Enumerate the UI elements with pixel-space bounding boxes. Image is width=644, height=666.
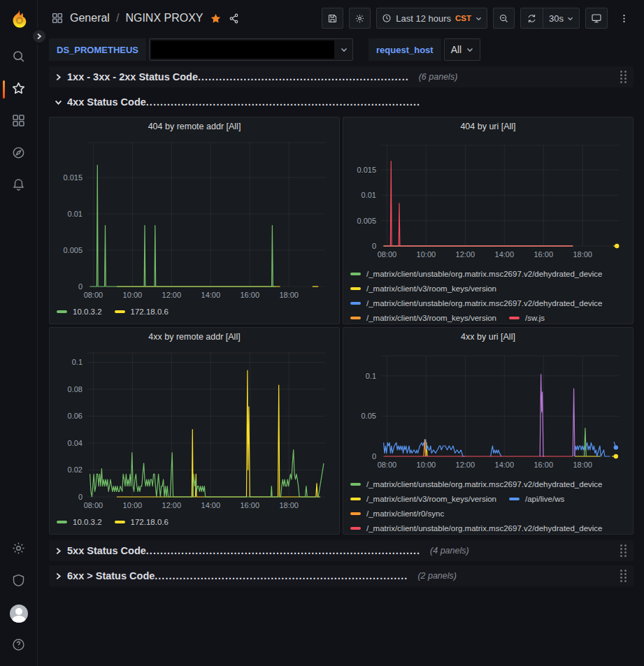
refresh-button[interactable] xyxy=(521,8,543,28)
legend-item[interactable]: /_matrix/client/v3/room_keys/version xyxy=(350,314,496,322)
row-title-dots: ........................................… xyxy=(198,71,409,82)
sidebar-item-starred[interactable] xyxy=(0,73,38,106)
caret-down-icon xyxy=(475,15,482,22)
legend-item[interactable]: /_matrix/client/unstable/org.matrix.msc2… xyxy=(350,270,603,278)
refresh-interval-select[interactable]: 30s xyxy=(543,8,579,28)
gear-icon xyxy=(11,541,26,558)
y-tick-label: 0.015 xyxy=(357,166,376,174)
legend-label: /_matrix/client/v3/room_keys/version xyxy=(366,314,496,322)
panel-title[interactable]: 404 by remote addr [All] xyxy=(50,117,339,136)
legend-item[interactable]: 172.18.0.6 xyxy=(115,518,169,526)
legend-item[interactable]: /_matrix/client/v3/room_keys/version xyxy=(350,284,496,293)
dashboard-settings-button[interactable] xyxy=(349,8,371,29)
share-icon[interactable] xyxy=(228,13,240,24)
variables-row: DS_PROMETHEUS request_host All xyxy=(38,36,644,63)
datasource-variable-select[interactable] xyxy=(149,38,353,61)
chart[interactable]: 00.020.040.060.080.108:0010:0012:0014:00… xyxy=(50,346,339,516)
request-host-variable-label[interactable]: request_host xyxy=(368,38,441,61)
panel-title[interactable]: 404 by uri [All] xyxy=(343,117,633,136)
legend-label: 172.18.0.6 xyxy=(131,307,169,316)
legend-label: /_matrix/client/r0/sync xyxy=(366,509,444,518)
x-tick-label: 08:00 xyxy=(84,291,103,299)
legend-swatch xyxy=(350,527,361,530)
kebab-menu-button[interactable] xyxy=(613,8,634,29)
sidebar-item-dashboards[interactable] xyxy=(0,106,38,138)
zoom-out-button[interactable] xyxy=(493,8,515,29)
legend-item[interactable]: /sw.js xyxy=(509,314,545,322)
panel-title[interactable]: 4xx by remote addr [All] xyxy=(50,328,339,346)
compass-icon xyxy=(11,145,26,163)
page-title[interactable]: NGINX PROXY xyxy=(125,12,203,24)
help-icon xyxy=(11,637,26,655)
search-icon xyxy=(11,49,26,66)
chevron-down-icon xyxy=(55,99,62,106)
panel-legend: /_matrix/client/unstable/org.matrix.msc2… xyxy=(343,480,633,535)
breadcrumb: General / NGINX PROXY xyxy=(51,12,240,24)
row-title-dots: ........................................… xyxy=(146,545,420,556)
y-tick-label: 0.05 xyxy=(362,412,376,420)
row-drag-handle[interactable] xyxy=(620,544,627,557)
row-panel-count: (6 panels) xyxy=(419,72,458,82)
datasource-variable-label[interactable]: DS_PROMETHEUS xyxy=(49,38,146,61)
row-header-1xx-3xx-2xx[interactable]: 1xx - 3xx - 2xx Status Code ............… xyxy=(49,66,634,87)
series-end-dot xyxy=(614,445,618,449)
sidebar-expand-button[interactable] xyxy=(31,28,48,45)
legend-swatch xyxy=(509,498,520,500)
sidebar-item-server-admin[interactable] xyxy=(0,565,38,598)
legend-label: /_matrix/client/v3/room_keys/version xyxy=(366,495,496,503)
top-navbar: General / NGINX PROXY xyxy=(38,0,644,36)
row-drag-handle[interactable] xyxy=(620,71,627,83)
sidebar-item-explore[interactable] xyxy=(0,138,38,170)
sidebar-item-configuration[interactable] xyxy=(0,533,38,565)
sidebar-item-alerting[interactable] xyxy=(0,170,38,202)
y-tick-label: 0 xyxy=(372,242,376,250)
x-tick-label: 12:00 xyxy=(456,461,475,469)
chart[interactable]: 00.0050.010.01508:0010:0012:0014:0016:00… xyxy=(50,136,339,306)
row-header-5xx[interactable]: 5xx Status Code ........................… xyxy=(49,540,634,561)
save-dashboard-button[interactable] xyxy=(322,8,343,29)
grafana-logo[interactable] xyxy=(8,8,29,31)
legend-label: /_matrix/client/unstable/org.matrix.msc2… xyxy=(366,270,603,278)
legend-item[interactable]: /_matrix/client/unstable/org.matrix.msc2… xyxy=(350,524,603,533)
legend-item[interactable]: 10.0.3.2 xyxy=(57,518,102,526)
legend-item[interactable]: /api/live/ws xyxy=(509,495,564,503)
sidebar-item-profile[interactable] xyxy=(0,598,38,630)
legend-swatch xyxy=(57,310,67,313)
legend-item[interactable]: /_matrix/client/unstable/org.matrix.msc2… xyxy=(350,299,603,307)
time-range-picker[interactable]: Last 12 hours CST xyxy=(376,8,487,29)
x-tick-label: 08:00 xyxy=(378,461,397,469)
chevron-right-icon xyxy=(55,547,62,555)
legend-label: 10.0.3.2 xyxy=(73,307,102,316)
row-drag-handle[interactable] xyxy=(620,570,627,582)
request-host-variable-select[interactable]: All xyxy=(444,38,481,61)
legend-item[interactable]: /_matrix/client/unstable/org.matrix.msc2… xyxy=(350,480,603,488)
row-title-dots: ........................................… xyxy=(155,570,408,581)
legend-label: 172.18.0.6 xyxy=(131,518,169,526)
x-tick-label: 18:00 xyxy=(573,461,592,469)
legend-item[interactable]: /_matrix/client/v3/room_keys/version xyxy=(350,495,496,503)
panels-grid: 404 by remote addr [All] 00.0050.010.015… xyxy=(49,117,634,535)
chart[interactable]: 00.0050.010.01508:0010:0012:0014:0016:00… xyxy=(343,136,633,266)
row-header-6xx[interactable]: 6xx > Status Code ......................… xyxy=(49,565,634,586)
grid: 00.050.108:0010:0012:0014:0016:0018:00 xyxy=(362,356,619,469)
sidebar-item-help[interactable] xyxy=(0,630,38,662)
legend-swatch xyxy=(350,273,361,275)
legend-swatch xyxy=(350,512,361,515)
x-tick-label: 10:00 xyxy=(417,250,436,259)
row-header-4xx[interactable]: 4xx Status Code ........................… xyxy=(49,92,634,113)
legend-item[interactable]: 10.0.3.2 xyxy=(57,307,102,316)
row-title-dots: ........................................… xyxy=(146,96,420,108)
panel-legend: /_matrix/client/unstable/org.matrix.msc2… xyxy=(343,270,633,324)
panel-title[interactable]: 4xx by uri [All] xyxy=(343,328,633,346)
sidebar-item-search[interactable] xyxy=(0,41,38,73)
favorite-star-icon[interactable] xyxy=(210,13,222,24)
breadcrumb-folder[interactable]: General xyxy=(70,12,110,24)
series-line xyxy=(585,428,587,456)
clock-icon xyxy=(382,13,392,23)
x-tick-label: 16:00 xyxy=(240,501,259,509)
cycle-view-mode-button[interactable] xyxy=(585,8,608,29)
legend-item[interactable]: 172.18.0.6 xyxy=(115,307,169,316)
chart[interactable]: 00.050.108:0010:0012:0014:0016:0018:00 xyxy=(343,346,633,476)
dashboard-grid-icon[interactable] xyxy=(51,12,64,24)
legend-item[interactable]: /_matrix/client/r0/sync xyxy=(350,509,444,518)
